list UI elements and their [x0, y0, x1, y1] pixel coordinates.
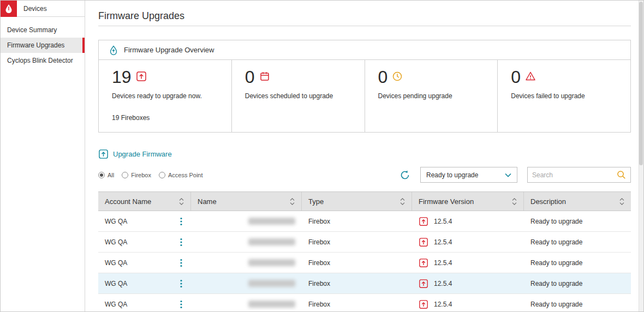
sidebar-nav: Device Summary Firmware Upgrades Cyclops…	[1, 17, 85, 68]
firmware-drop-icon	[109, 45, 118, 55]
device-name-cell	[191, 211, 302, 231]
stat-pending: 0 Devices pending upgrade	[365, 60, 498, 132]
radio-all[interactable]: All	[98, 172, 114, 178]
sort-icon[interactable]	[400, 197, 405, 206]
main-content: Firmware Upgrades Firmware Upgrade Overv…	[85, 1, 643, 311]
device-name-cell	[191, 253, 302, 273]
column-header-firmware-version[interactable]: Firmware Version	[412, 192, 524, 211]
description: Ready to upgrade	[530, 259, 582, 267]
table-header-row: Account Name Name Type Firmware Version …	[98, 192, 631, 211]
row-menu-button[interactable]	[178, 259, 184, 267]
device-type: Firebox	[308, 259, 330, 267]
kebab-icon	[180, 238, 182, 247]
refresh-icon	[399, 170, 410, 181]
redacted-device-name	[248, 218, 295, 225]
device-type-cell: Firebox	[302, 211, 412, 231]
account-name: WG QA	[105, 218, 127, 225]
sort-icon[interactable]	[619, 197, 624, 206]
upload-icon	[136, 71, 147, 84]
sidebar-item-cyclops-blink-detector[interactable]: Cyclops Blink Detector	[1, 53, 85, 68]
overview-card-header: Firmware Upgrade Overview	[99, 40, 630, 60]
filter-row: All Firebox Access Point	[98, 167, 631, 183]
page-title: Firmware Upgrades	[98, 10, 631, 22]
status-filter-value: Ready to upgrade	[426, 171, 478, 179]
calendar-icon	[259, 71, 270, 84]
search-box	[527, 167, 631, 183]
device-type-cell: Firebox	[302, 273, 412, 293]
sidebar-header: Devices	[1, 1, 85, 17]
firmware-version-cell: 12.5.4	[412, 253, 524, 273]
kebab-icon	[180, 217, 182, 226]
upload-icon	[98, 149, 109, 159]
account-name: WG QA	[105, 280, 127, 287]
table-row[interactable]: WG QA Firebox	[98, 273, 631, 294]
scrollbar-thumb[interactable]	[639, 2, 643, 165]
overview-card-title: Firmware Upgrade Overview	[124, 46, 214, 54]
sort-icon[interactable]	[290, 197, 295, 206]
account-name-cell: WG QA	[98, 232, 191, 252]
device-name-cell	[191, 273, 302, 293]
row-menu-button[interactable]	[178, 217, 184, 226]
column-header-description[interactable]: Description	[524, 192, 631, 211]
watchguard-logo[interactable]	[1, 1, 17, 17]
search-icon[interactable]	[617, 170, 626, 179]
sidebar-item-device-summary[interactable]: Device Summary	[1, 22, 85, 38]
sort-icon[interactable]	[512, 197, 517, 206]
device-type-cell: Firebox	[302, 232, 412, 252]
column-header-type[interactable]: Type	[302, 192, 412, 211]
search-input[interactable]	[532, 171, 617, 179]
sidebar: Devices Device Summary Firmware Upgrades…	[1, 1, 85, 311]
description: Ready to upgrade	[530, 218, 582, 225]
device-type: Firebox	[308, 301, 330, 308]
description: Ready to upgrade	[530, 301, 582, 308]
device-type-filter: All Firebox Access Point	[98, 172, 203, 178]
table-row[interactable]: WG QA Firebox	[98, 232, 631, 253]
stat-label: Devices scheduled to upgrade	[245, 92, 355, 100]
row-menu-button[interactable]	[178, 279, 184, 288]
column-label: Account Name	[105, 197, 151, 206]
status-filter-select[interactable]: Ready to upgrade	[420, 167, 517, 183]
column-header-account-name[interactable]: Account Name	[98, 192, 191, 211]
device-name-cell	[191, 232, 302, 252]
firmware-overview-card: Firmware Upgrade Overview 19 Devices rea…	[98, 40, 631, 133]
table-row[interactable]: WG QA Firebox	[98, 211, 631, 232]
vertical-scrollbar[interactable]	[639, 1, 643, 312]
radio-access-point[interactable]: Access Point	[159, 172, 203, 178]
stat-sublabel: 19 Fireboxes	[112, 114, 222, 122]
radio-all-control[interactable]	[98, 172, 105, 178]
radio-firebox-label: Firebox	[131, 172, 151, 178]
firmware-version-cell: 12.5.4	[412, 294, 524, 311]
account-name-cell: WG QA	[98, 211, 191, 231]
radio-firebox-control[interactable]	[122, 172, 128, 178]
firmware-version-cell: 12.5.4	[412, 211, 524, 231]
title-divider	[98, 26, 631, 26]
chevron-down-icon	[505, 173, 511, 177]
column-header-name[interactable]: Name	[191, 192, 302, 211]
toolbar-right: Ready to upgrade	[399, 167, 631, 183]
description-cell: Ready to upgrade	[524, 294, 631, 311]
column-label: Name	[198, 197, 217, 206]
firmware-version-cell: 12.5.4	[412, 273, 524, 293]
sidebar-item-firmware-upgrades[interactable]: Firmware Upgrades	[1, 38, 85, 53]
kebab-icon	[180, 279, 182, 288]
device-type-cell: Firebox	[302, 253, 412, 273]
table-row[interactable]: WG QA Firebox	[98, 294, 631, 311]
stat-label: Devices ready to upgrade now.	[112, 92, 222, 100]
device-type: Firebox	[308, 218, 330, 225]
row-menu-button[interactable]	[178, 238, 184, 247]
table-row[interactable]: WG QA Firebox	[98, 253, 631, 273]
description-cell: Ready to upgrade	[524, 211, 631, 231]
column-label: Description	[530, 197, 566, 206]
upgrade-firmware-button[interactable]: Upgrade Firmware	[98, 149, 172, 159]
refresh-button[interactable]	[399, 170, 410, 181]
redacted-device-name	[248, 280, 295, 287]
firmware-version: 12.5.4	[434, 259, 452, 267]
row-menu-button[interactable]	[178, 300, 184, 309]
radio-access-point-control[interactable]	[159, 172, 165, 178]
upload-icon	[419, 217, 428, 226]
sort-icon[interactable]	[179, 197, 184, 206]
redacted-device-name	[248, 259, 295, 266]
radio-firebox[interactable]: Firebox	[122, 172, 151, 178]
stat-label: Devices failed to upgrade	[511, 92, 621, 100]
account-name-cell: WG QA	[98, 294, 191, 311]
